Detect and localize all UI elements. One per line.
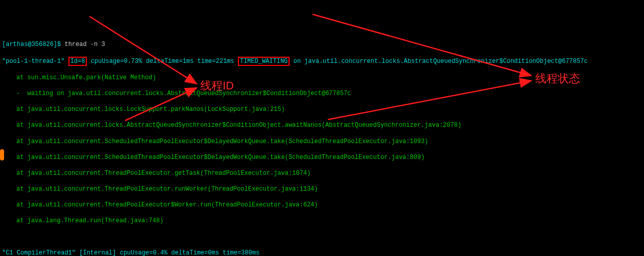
- prompt-host: 356826: [32, 41, 54, 48]
- stack-line: at java.lang.Thread.run(Thread.java:748): [2, 217, 642, 225]
- command-text: thread -n 3: [64, 41, 105, 48]
- thread1-name: "pool-1-thread-1": [2, 58, 64, 65]
- thread1-metrics-a: cpuUsage=0.73% deltaTime=1ms time=221ms: [87, 58, 237, 65]
- thread1-state-box: TIMED_WAITING: [238, 57, 290, 66]
- stack-line: at java.util.concurrent.ScheduledThreadP…: [2, 154, 642, 162]
- compiler-thread-line: "C1 CompilerThread1" [Internal] cpuUsage…: [2, 249, 642, 256]
- stack-line: at java.util.concurrent.locks.LockSuppor…: [2, 106, 642, 114]
- terminal-viewport[interactable]: [arthas@356826]$ thread -n 3 "pool-1-thr…: [0, 32, 644, 256]
- scroll-marker: [0, 149, 4, 160]
- prompt-line-1[interactable]: [arthas@356826]$ thread -n 3: [2, 41, 642, 49]
- thread1-header: "pool-1-thread-1" Id=8 cpuUsage=0.73% de…: [2, 57, 642, 66]
- prompt-user: arthas: [6, 41, 28, 48]
- stack-line: at java.util.concurrent.ScheduledThreadP…: [2, 138, 642, 146]
- stack-line: at java.util.concurrent.locks.AbstractQu…: [2, 122, 642, 130]
- prompt-close: ]$: [54, 41, 61, 48]
- stack-line: - waiting on java.util.concurrent.locks.…: [2, 90, 642, 98]
- stack-line: at java.util.concurrent.ThreadPoolExecut…: [2, 185, 642, 194]
- thread1-id-box: Id=8: [68, 57, 87, 66]
- stack-line: at java.util.concurrent.ThreadPoolExecut…: [2, 170, 642, 178]
- stack-line: at sun.misc.Unsafe.park(Native Method): [2, 74, 642, 82]
- stack-line: at java.util.concurrent.ThreadPoolExecut…: [2, 201, 642, 210]
- thread1-metrics-b: on java.util.concurrent.locks.AbstractQu…: [290, 58, 587, 65]
